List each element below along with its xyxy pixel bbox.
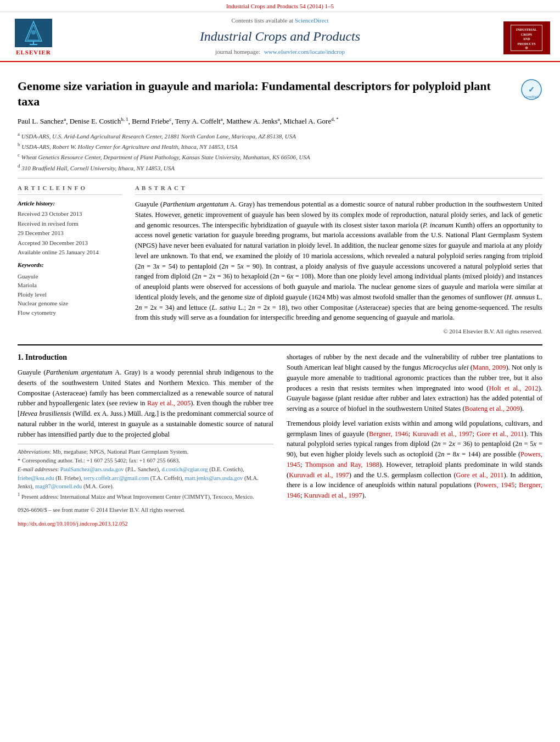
gore-2011-link2[interactable]: Gore et al., 2011 — [456, 471, 504, 479]
email-jenks[interactable]: matt.jenks@ars.usda.gov — [185, 475, 243, 481]
footer-doi: http://dx.doi.org/10.1016/j.indcrop.2013… — [18, 520, 273, 528]
svg-text:CROPS: CROPS — [521, 32, 533, 36]
homepage-label: journal homepage: — [215, 48, 260, 55]
journal-ref-text: Industrial Crops and Products 54 (2014) … — [226, 3, 334, 9]
email-costich[interactable]: d.costich@cgiar.org — [161, 466, 208, 472]
boateng-2009-link[interactable]: Boateng et al., 2009 — [465, 405, 520, 412]
email-gore[interactable]: mag87@cornell.edu — [35, 483, 82, 489]
journal-title: Industrial Crops and Products — [58, 27, 502, 46]
header-divider — [18, 178, 542, 178]
body-left-col: 1. Introduction Guayule (Parthenium arge… — [18, 352, 273, 528]
history-revised-date: 29 December 2013 — [18, 229, 122, 237]
crossmark-icon: ✓ CrossMark — [521, 79, 542, 100]
svg-text:✓: ✓ — [528, 86, 535, 94]
homepage-line: journal homepage: www.elsevier.com/locat… — [58, 48, 502, 56]
copyright-notice: © 2014 Elsevier B.V. All rights reserved… — [135, 327, 542, 336]
gore-2011-link[interactable]: Gore et al., 2011 — [477, 430, 524, 438]
history-online: Available online 25 January 2014 — [18, 248, 122, 256]
svg-text:CrossMark: CrossMark — [524, 95, 539, 98]
page-content: Genome size variation in guayule and mar… — [0, 62, 560, 539]
keywords-label: Keywords: — [18, 261, 122, 269]
svg-point-4 — [31, 30, 36, 35]
body-content: 1. Introduction Guayule (Parthenium arge… — [18, 352, 542, 528]
journal-header-center: Contents lists available at ScienceDirec… — [58, 16, 502, 58]
affiliation-a: a USDA-ARS, U.S. Arid-Land Agricultural … — [18, 131, 542, 141]
keyword-mariola: Mariola — [18, 281, 122, 290]
homepage-url[interactable]: www.elsevier.com/locate/indcrop — [264, 48, 345, 55]
affiliation-d: d 310 Bradfield Hall, Cornell University… — [18, 163, 542, 172]
abstract-col: A B S T R A C T Guayule (Parthenium arge… — [135, 184, 542, 336]
keyword-ploidy: Ploidy level — [18, 290, 122, 299]
footnote-present-address: 1 Present address: International Maize a… — [18, 491, 273, 501]
journal-logo-block: INDUSTRIAL CROPS AND PRODUCTS — [502, 21, 551, 54]
kuruvadi-1997-link[interactable]: Kuruvadi et al., 1997 — [413, 430, 473, 438]
kuruvadi-1997-link3[interactable]: Kuruvadi et al., 1997 — [304, 492, 362, 499]
contents-label: Contents lists available at — [231, 17, 293, 24]
doi-link[interactable]: http://dx.doi.org/10.1016/j.indcrop.2013… — [18, 521, 128, 527]
elsevier-tree-graphic — [15, 19, 52, 47]
keyword-guayule: Guayule — [18, 272, 122, 281]
body-right-para1: shortages of rubber by the next decade a… — [287, 352, 542, 414]
affiliations-block: a USDA-ARS, U.S. Arid-Land Agricultural … — [18, 131, 542, 172]
history-received: Received 23 October 2013 — [18, 210, 122, 218]
elsevier-tree-icon — [20, 20, 47, 45]
svg-text:INDUSTRIAL: INDUSTRIAL — [516, 28, 537, 31]
section1-title: 1. Introduction — [18, 352, 273, 363]
crossmark-badge: ✓ CrossMark — [520, 79, 542, 101]
svg-text:AND: AND — [523, 37, 530, 41]
footnote-emails: E-mail addresses: PaulSanchez@ars.usda.g… — [18, 465, 273, 491]
body-left-para1: Guayule (Parthenium argentatum A. Gray) … — [18, 367, 273, 439]
author-matthew: Matthew — [226, 117, 251, 125]
holt-2012-link[interactable]: Holt et al., 2012 — [489, 384, 538, 392]
author-gore: Michael A. Gore — [283, 117, 331, 125]
footnote-corresponding: * Corresponding author. Tel.: +1 607 255… — [18, 456, 273, 465]
kuruvadi-1997-link2[interactable]: Kuruvadi et al., 1997 — [289, 471, 349, 479]
affiliation-b: b USDA-ARS, Robert W. Holley Center for … — [18, 141, 542, 151]
article-title: Genome size variation in guayule and mar… — [18, 79, 512, 110]
keyword-flow: Flow cytometry — [18, 308, 122, 317]
footer-issn: 0926-6690/$ – see front matter © 2014 El… — [18, 506, 273, 515]
email-friebe[interactable]: friebe@ksu.edu — [18, 475, 54, 481]
svg-text:PRODUCTS: PRODUCTS — [517, 42, 536, 46]
body-divider — [18, 344, 542, 345]
email-coffelt[interactable]: terry.coffelt.arc@gmail.com — [83, 475, 149, 481]
abstract-text: Guayule (Parthenium argentatum A. Gray) … — [135, 199, 542, 323]
contents-available-line: Contents lists available at ScienceDirec… — [58, 16, 502, 25]
icp-logo-icon: INDUSTRIAL CROPS AND PRODUCTS — [507, 24, 546, 52]
history-label: Article history: — [18, 199, 122, 208]
email-sanchez[interactable]: PaulSanchez@ars.usda.gov — [60, 466, 124, 472]
elsevier-logo-block: ELSEVIER — [9, 19, 58, 57]
affiliation-c: c Wheat Genetics Resource Center, Depart… — [18, 152, 542, 161]
article-info-heading: A R T I C L E I N F O — [18, 184, 122, 195]
bergner-1946-link[interactable]: Bergner, 1946 — [369, 430, 408, 438]
article-info-abstract: A R T I C L E I N F O Article history: R… — [18, 184, 542, 336]
thompson-ray-link[interactable]: Thompson and Ray, 1988 — [305, 461, 379, 468]
journal-header: ELSEVIER Contents lists available at Sci… — [0, 12, 560, 62]
body-right-col: shortages of rubber by the next decade a… — [287, 352, 542, 528]
ray-2005-link[interactable]: Ray et al., 2005 — [147, 399, 191, 407]
footnote-abbreviations: Abbreviations: Mb, megabase; NPGS, Natio… — [18, 448, 273, 456]
elsevier-text: ELSEVIER — [16, 48, 51, 57]
keyword-genome-size: Nuclear genome size — [18, 299, 122, 308]
science-direct-link[interactable]: ScienceDirect — [295, 17, 329, 24]
abstract-heading: A B S T R A C T — [135, 184, 542, 195]
authors-line: Paul L. Sancheza, Denise E. Costichb, 1,… — [18, 115, 542, 127]
journal-reference-bar: Industrial Crops and Products 54 (2014) … — [0, 0, 560, 12]
powers-1945-link2[interactable]: Powers, 1945 — [477, 481, 515, 489]
footnote-area: Abbreviations: Mb, megabase; NPGS, Natio… — [18, 444, 273, 501]
history-accepted: Accepted 30 December 2013 — [18, 239, 122, 247]
article-info-col: A R T I C L E I N F O Article history: R… — [18, 184, 122, 336]
icp-logo-box: INDUSTRIAL CROPS AND PRODUCTS — [503, 21, 550, 54]
mann-2009-link[interactable]: Mann, 2009 — [473, 364, 506, 371]
history-revised-label: Received in revised form — [18, 220, 122, 228]
body-right-para2: Tremendous ploidy level variation exists… — [287, 419, 542, 501]
svg-point-11 — [525, 46, 528, 49]
article-title-section: Genome size variation in guayule and mar… — [18, 79, 542, 110]
